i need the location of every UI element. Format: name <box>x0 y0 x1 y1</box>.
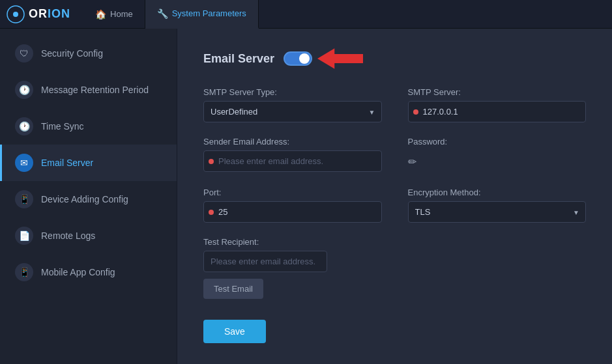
password-edit-icon[interactable]: ✏ <box>408 150 587 173</box>
section-title: Email Server <box>203 52 274 66</box>
smtp-server-label: SMTP Server: <box>408 87 587 97</box>
logo: ORION <box>7 5 70 23</box>
logs-icon: 📄 <box>15 227 33 245</box>
section-header: Email Server <box>203 48 586 69</box>
port-input[interactable] <box>203 201 382 223</box>
sender-email-label: Sender Email Address: <box>203 137 382 147</box>
form-group-password: Password: ✏ <box>408 137 587 173</box>
form-row-sender: Sender Email Address: Password: ✏ <box>203 137 586 173</box>
timesync-icon: 🕐 <box>15 117 33 135</box>
topbar: ORION 🏠 Home 🔧 System Parameters <box>0 0 612 29</box>
test-recipient-input[interactable] <box>203 251 327 272</box>
email-server-toggle-wrapper <box>284 48 363 69</box>
smtp-type-select[interactable]: UserDefined Gmail Yahoo Outlook <box>203 101 382 122</box>
mobile-icon: 📱 <box>15 263 33 281</box>
system-params-tab[interactable]: 🔧 System Parameters <box>145 0 259 29</box>
content-area: Email Server SMTP Server Type: <box>177 29 612 364</box>
smtp-type-select-wrapper: UserDefined Gmail Yahoo Outlook <box>203 101 382 122</box>
clock-icon: 🕐 <box>15 81 33 99</box>
smtp-server-required-dot <box>413 109 418 115</box>
sidebar-item-mobile-app[interactable]: 📱 Mobile App Config <box>0 254 177 290</box>
save-button[interactable]: Save <box>203 320 266 343</box>
form-group-encryption: Encryption Method: TLS SSL NONE <box>408 188 587 223</box>
sidebar-item-message-retention[interactable]: 🕐 Message Retention Period <box>0 72 177 108</box>
smtp-type-label: SMTP Server Type: <box>203 87 382 97</box>
form-group-port: Port: <box>203 188 382 223</box>
sidebar-item-remote-logs[interactable]: 📄 Remote Logs <box>0 217 177 254</box>
form-row-test-recipient: Test Recipient: Test Email <box>203 237 586 299</box>
svg-point-1 <box>13 12 18 17</box>
main-layout: 🛡 Security Config 🕐 Message Retention Pe… <box>0 29 612 364</box>
sidebar: 🛡 Security Config 🕐 Message Retention Pe… <box>0 29 177 364</box>
form-group-smtp-type: SMTP Server Type: UserDefined Gmail Yaho… <box>203 87 382 122</box>
home-icon: 🏠 <box>95 9 106 20</box>
smtp-server-input-wrapper <box>408 101 587 122</box>
form-group-test-recipient: Test Recipient: Test Email <box>203 237 327 299</box>
logo-text: ORION <box>29 7 70 21</box>
test-recipient-label: Test Recipient: <box>203 237 327 247</box>
shield-icon: 🛡 <box>15 44 33 63</box>
sidebar-item-time-sync[interactable]: 🕐 Time Sync <box>0 108 177 145</box>
sender-email-input-wrapper <box>203 150 382 172</box>
form-row-port: Port: Encryption Method: TLS SSL NONE <box>203 188 586 223</box>
form-group-smtp-server: SMTP Server: <box>408 87 587 122</box>
logo-icon <box>7 5 25 23</box>
sidebar-item-device-adding[interactable]: 📱 Device Adding Config <box>0 181 177 217</box>
red-arrow-icon <box>317 48 363 69</box>
save-section: Save <box>203 313 586 343</box>
encryption-select-wrapper: TLS SSL NONE <box>408 201 587 223</box>
sidebar-item-security-config[interactable]: 🛡 Security Config <box>0 35 177 72</box>
encryption-select[interactable]: TLS SSL NONE <box>408 201 587 223</box>
home-tab[interactable]: 🏠 Home <box>83 0 145 29</box>
port-label: Port: <box>203 188 382 197</box>
sender-email-required-dot <box>209 159 214 164</box>
sidebar-item-email-server[interactable]: ✉ Email Server <box>0 145 177 181</box>
arrow-annotation <box>317 48 363 69</box>
params-icon: 🔧 <box>157 8 168 19</box>
port-input-wrapper <box>203 201 382 223</box>
sender-email-input[interactable] <box>203 150 382 172</box>
password-label: Password: <box>408 137 587 147</box>
test-email-button[interactable]: Test Email <box>203 279 263 299</box>
form-group-sender-email: Sender Email Address: <box>203 137 382 172</box>
device-icon: 📱 <box>15 190 33 208</box>
smtp-server-input[interactable] <box>408 101 587 122</box>
encryption-label: Encryption Method: <box>408 188 587 197</box>
toggle-knob <box>299 53 310 64</box>
email-icon: ✉ <box>15 154 33 172</box>
form-row-smtp: SMTP Server Type: UserDefined Gmail Yaho… <box>203 87 586 122</box>
svg-marker-2 <box>317 48 363 69</box>
email-server-toggle[interactable] <box>284 51 312 66</box>
port-required-dot <box>209 210 214 215</box>
